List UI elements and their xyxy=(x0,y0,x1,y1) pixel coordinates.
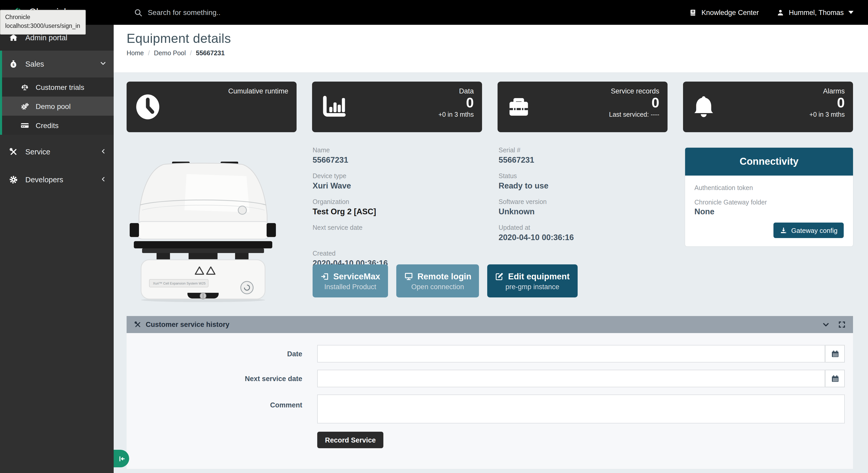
sign-in-icon xyxy=(320,272,329,281)
user-menu[interactable]: Hummel, Thomas xyxy=(776,8,854,16)
stat-title: Data xyxy=(459,87,474,95)
gateway-config-button[interactable]: Gateway config xyxy=(774,223,844,238)
sidebar-item-label: Credits xyxy=(36,121,59,129)
sidebar-group-sales: $ Sales Customer trials Demo pool xyxy=(0,50,114,135)
device-photo: Xuri™ Cell Expansion System W25 xyxy=(127,147,279,302)
edit-icon xyxy=(495,272,504,281)
sidebar-item-credits[interactable]: Credits xyxy=(0,116,114,135)
sidebar-item-label: Developers xyxy=(25,176,63,184)
sidebar-item-label: Demo pool xyxy=(36,102,70,110)
gateway-folder-value: None xyxy=(694,207,844,216)
detail-updated-at: Updated at 2020-04-10 00:36:16 xyxy=(499,224,664,244)
remote-login-button[interactable]: Remote login Open connection xyxy=(396,264,479,297)
global-search xyxy=(134,8,313,17)
date-label: Date xyxy=(127,350,302,358)
toolbox-icon xyxy=(506,94,532,120)
chevron-left-icon xyxy=(100,148,106,156)
caret-down-icon xyxy=(848,11,854,14)
scales-icon xyxy=(20,83,30,91)
action-label: ServiceMax xyxy=(333,271,380,281)
detail-organization: Organization Test Org 2 [ASC] xyxy=(313,198,478,218)
next-service-date-label: Next service date xyxy=(127,375,302,382)
search-input[interactable] xyxy=(148,8,313,16)
breadcrumb-current: 55667231 xyxy=(196,49,224,57)
stat-card-cumulative-runtime[interactable]: Cumulative runtime xyxy=(127,81,297,132)
record-service-button[interactable]: Record Service xyxy=(317,432,383,448)
sidebar-item-customer-trials[interactable]: Customer trials xyxy=(0,77,114,97)
breadcrumb-home[interactable]: Home xyxy=(127,49,144,57)
details-column-left: Name 55667231 Device type Xuri Wave Orga… xyxy=(313,147,478,276)
stat-card-alarms[interactable]: Alarms 0 +0 in 3 mths xyxy=(683,81,853,132)
stat-value: 0 xyxy=(837,95,845,111)
sidebar-item-demo-pool[interactable]: Demo pool xyxy=(0,97,114,116)
stat-title: Alarms xyxy=(823,87,845,95)
sidebar-spacer xyxy=(0,135,114,139)
gateway-folder-label: Chronicle Gateway folder xyxy=(694,199,844,206)
stat-subtext: +0 in 3 mths xyxy=(438,111,474,118)
collapse-chevron-icon[interactable] xyxy=(822,321,830,329)
detail-label: Organization xyxy=(313,198,478,205)
sidebar-item-developers[interactable]: Developers xyxy=(0,167,114,193)
detail-software-version: Software version Unknown xyxy=(499,198,664,218)
gear-icon xyxy=(8,175,19,184)
tooltip-title: Chronicle xyxy=(5,13,80,22)
stat-card-data[interactable]: Data 0 +0 in 3 mths xyxy=(312,81,482,132)
edit-equipment-button[interactable]: Edit equipment pre-gmp instance xyxy=(488,264,578,297)
chevron-down-icon xyxy=(100,60,106,68)
next-service-date-input[interactable] xyxy=(317,370,825,387)
detail-label: Software version xyxy=(499,198,664,205)
tools-icon xyxy=(8,147,19,157)
chevron-left-icon xyxy=(100,176,106,184)
user-name: Hummel, Thomas xyxy=(789,8,844,16)
connectivity-title: Connectivity xyxy=(685,148,853,176)
breadcrumb-separator: / xyxy=(186,49,196,57)
servicemax-button[interactable]: ServiceMax Installed Product xyxy=(313,264,388,297)
monitor-icon xyxy=(404,272,413,281)
sidebar-item-service[interactable]: Service xyxy=(0,139,114,165)
stat-value: 0 xyxy=(652,95,659,111)
svg-text:$: $ xyxy=(12,63,14,67)
action-buttons-row: ServiceMax Installed Product Remote logi… xyxy=(313,264,578,297)
date-calendar-button[interactable] xyxy=(825,345,845,363)
panel-header[interactable]: Customer service history xyxy=(127,316,853,333)
details-column-right: Serial # 55667231 Status Ready to use So… xyxy=(499,147,664,250)
detail-value: 55667231 xyxy=(313,156,478,165)
detail-label: Status xyxy=(499,172,664,180)
customer-service-history-panel: Customer service history Date xyxy=(127,316,853,469)
next-service-calendar-button[interactable] xyxy=(825,370,845,387)
sidebar-item-label: Sales xyxy=(25,60,44,68)
money-bag-icon: $ xyxy=(8,59,19,69)
download-icon xyxy=(780,227,788,234)
credit-card-icon xyxy=(20,121,30,129)
sidebar-item-label: Admin portal xyxy=(25,34,67,42)
sidebar-spacer xyxy=(0,165,114,167)
detail-value: Ready to use xyxy=(499,181,664,191)
detail-value: Xuri Wave xyxy=(313,181,478,191)
connectivity-panel: Connectivity Authentication token Chroni… xyxy=(685,148,853,246)
person-icon xyxy=(776,8,784,16)
stat-title: Service records xyxy=(611,87,659,95)
detail-value: 2020-04-10 00:36:16 xyxy=(499,233,664,243)
calendar-icon xyxy=(831,349,839,358)
knowledge-center-link[interactable]: Knowledge Center xyxy=(689,8,759,16)
page-title: Equipment details xyxy=(127,31,868,46)
expand-fullscreen-icon[interactable] xyxy=(838,321,846,329)
topbar: Chronicle Knowledge Center Hummel, Thoma… xyxy=(0,0,868,25)
knowledge-center-label: Knowledge Center xyxy=(702,8,759,16)
action-label: Remote login xyxy=(417,271,471,281)
bar-chart-icon xyxy=(320,95,346,119)
comment-row: Comment xyxy=(127,395,853,424)
search-icon xyxy=(134,8,143,17)
gateway-config-label: Gateway config xyxy=(791,227,838,234)
breadcrumb-demo-pool[interactable]: Demo Pool xyxy=(154,49,186,57)
next-service-date-row: Next service date xyxy=(127,370,853,387)
comment-textarea[interactable] xyxy=(317,395,845,424)
book-icon xyxy=(689,8,697,16)
sidebar-item-label: Service xyxy=(25,148,51,156)
date-input[interactable] xyxy=(317,345,825,363)
collapse-left-icon xyxy=(118,455,125,463)
date-row: Date xyxy=(127,345,853,363)
action-subtext: Open connection xyxy=(411,283,464,291)
stat-card-service-records[interactable]: Service records 0 Last serviced: ---- xyxy=(498,81,668,132)
sidebar-item-sales[interactable]: $ Sales xyxy=(0,50,114,77)
